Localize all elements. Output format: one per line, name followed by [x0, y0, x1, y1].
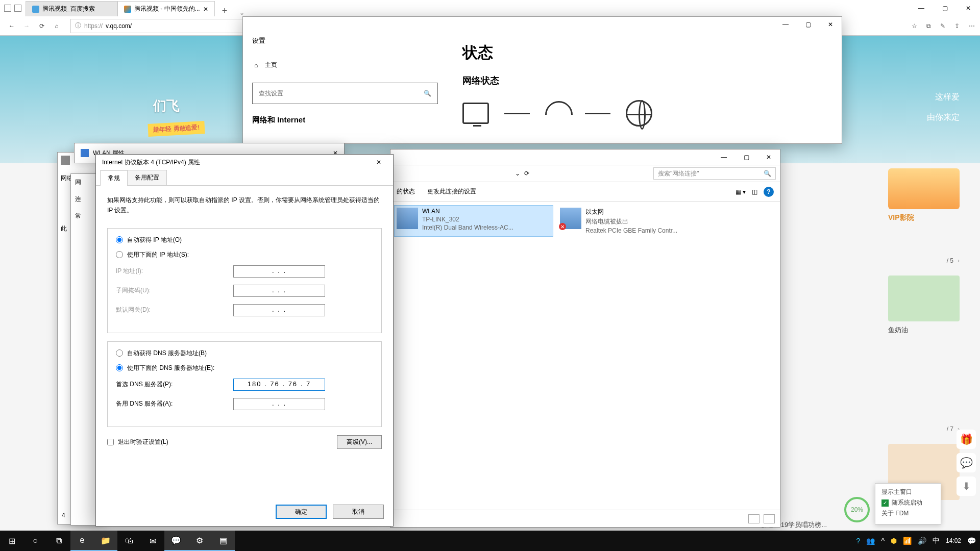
- minimize-icon[interactable]: —: [774, 17, 797, 32]
- adapter-name: WLAN: [422, 208, 513, 215]
- settings-sidebar: 设置 ⌂ 主页 查找设置 🔍 网络和 Internet: [243, 32, 447, 137]
- ok-button[interactable]: 确定: [276, 505, 327, 519]
- tray-people-icon[interactable]: 👥: [866, 537, 875, 545]
- view-mode-icon[interactable]: ▦ ▾: [736, 188, 746, 195]
- cancel-button[interactable]: 取消: [333, 505, 384, 519]
- favorite-icon[interactable]: ☆: [912, 22, 917, 30]
- chat-icon[interactable]: 💬: [957, 453, 976, 472]
- peek-count: 4: [62, 512, 65, 519]
- radio-input[interactable]: [116, 349, 123, 357]
- minimize-icon[interactable]: —: [713, 149, 735, 165]
- dialog-title: Internet 协议版本 4 (TCP/IPv4) 属性: [102, 158, 200, 167]
- close-icon[interactable]: ✕: [819, 17, 842, 32]
- settings-title: 设置: [252, 36, 438, 45]
- browser-titlebar: 腾讯视频_百度搜索 腾讯视频 - 中国领先的... ✕ + ⌄ — ▢ ✕: [0, 0, 980, 16]
- thumb-card[interactable]: 鱼奶油: [888, 276, 960, 335]
- new-tab-button[interactable]: +: [215, 6, 235, 16]
- refresh-icon[interactable]: ⟳: [524, 170, 529, 177]
- speed-ring[interactable]: 20%: [844, 497, 870, 522]
- download-icon[interactable]: ⬇: [957, 477, 976, 496]
- maximize-icon[interactable]: ▢: [933, 0, 957, 16]
- taskbar-wechat[interactable]: 💬: [164, 531, 188, 551]
- taskbar-settings[interactable]: ⚙: [188, 531, 211, 551]
- more-icon[interactable]: ⋯: [969, 22, 975, 30]
- forward-icon[interactable]: →: [20, 19, 33, 33]
- radio-input[interactable]: [116, 364, 123, 371]
- radio-input[interactable]: [116, 236, 123, 243]
- tray-ime[interactable]: 中: [933, 536, 940, 545]
- tray-notifications-icon[interactable]: 💬: [967, 537, 976, 545]
- close-icon[interactable]: ✕: [203, 6, 208, 13]
- tab-qqvideo[interactable]: 腾讯视频 - 中国领先的... ✕: [117, 1, 215, 16]
- maximize-icon[interactable]: ▢: [797, 17, 819, 32]
- wifi-icon: [81, 149, 89, 157]
- tool-change[interactable]: 更改此连接的设置: [427, 187, 476, 196]
- radio-auto-dns[interactable]: 自动获得 DNS 服务器地址(B): [116, 349, 373, 358]
- vip-card[interactable]: VIP影院: [888, 168, 960, 222]
- checkbox-validate[interactable]: 退出时验证设置(L): [107, 438, 168, 446]
- taskbar-explorer[interactable]: 📁: [94, 531, 117, 551]
- menu-autostart[interactable]: ✓随系统启动: [881, 498, 935, 507]
- side-text-2: 由你来定: [927, 112, 960, 123]
- adapter-wlan[interactable]: WLAN TP-LINK_302 Intel(R) Dual Band Wire…: [395, 206, 553, 236]
- preview-pane-icon[interactable]: ◫: [752, 188, 757, 195]
- notes-icon[interactable]: ✎: [940, 22, 945, 30]
- dns1-input[interactable]: 180 . 76 . 76 . 7: [233, 379, 325, 391]
- radio-manual-ip[interactable]: 使用下面的 IP 地址(S):: [116, 251, 373, 259]
- side-text-1: 这样爱: [935, 92, 960, 103]
- settings-home[interactable]: ⌂ 主页: [252, 56, 438, 74]
- close-icon[interactable]: ✕: [757, 149, 780, 165]
- home-icon[interactable]: ⌂: [50, 19, 63, 33]
- refresh-icon[interactable]: ⟳: [35, 19, 48, 33]
- tray-clock[interactable]: 14:02: [946, 537, 961, 544]
- close-icon[interactable]: ✕: [957, 0, 980, 16]
- tray-wifi-icon[interactable]: 📶: [903, 537, 912, 545]
- taskbar-store[interactable]: 🛍: [117, 531, 141, 551]
- menu-show-main[interactable]: 显示主窗口: [881, 488, 935, 496]
- vip-thumbnail: [888, 168, 960, 209]
- netwin-search[interactable]: 搜索"网络连接" 🔍: [653, 167, 776, 180]
- tab-overflow-icon[interactable]: ⌄: [234, 9, 250, 16]
- reading-list-icon[interactable]: ⧉: [926, 22, 931, 30]
- radio-auto-ip[interactable]: 自动获得 IP 地址(O): [116, 236, 373, 244]
- tab-general[interactable]: 常规: [100, 170, 128, 186]
- tray-volume-icon[interactable]: 🔊: [918, 537, 926, 545]
- taskbar-app[interactable]: ▤: [211, 531, 235, 551]
- checkbox-input[interactable]: [107, 439, 114, 445]
- tray-security-icon[interactable]: ⬢: [891, 537, 897, 545]
- maximize-icon[interactable]: ▢: [735, 149, 757, 165]
- taskbar-edge[interactable]: e: [70, 531, 94, 551]
- minimize-icon[interactable]: —: [910, 0, 933, 16]
- settings-search[interactable]: 查找设置 🔍: [252, 83, 438, 104]
- advanced-button[interactable]: 高级(V)...: [337, 435, 382, 449]
- view-details-icon[interactable]: [764, 514, 775, 523]
- back-icon[interactable]: ←: [5, 19, 18, 33]
- tray-help-icon[interactable]: ?: [856, 537, 861, 545]
- view-list-icon[interactable]: [748, 514, 760, 523]
- start-button[interactable]: ⊞: [0, 531, 23, 551]
- rating-row-1[interactable]: / 5›: [947, 250, 960, 264]
- favicon-icon: [32, 6, 39, 13]
- share-icon[interactable]: ⇪: [954, 22, 960, 30]
- adapter-ethernet[interactable]: 以太网 网络电缆被拔出 Realtek PCIe GBE Family Cont…: [558, 206, 716, 236]
- cortana-icon[interactable]: ○: [23, 531, 47, 551]
- close-icon[interactable]: ✕: [371, 159, 387, 166]
- tool-status[interactable]: 的状态: [397, 187, 415, 196]
- dns2-input[interactable]: . . .: [233, 398, 325, 410]
- taskbar-mail[interactable]: ✉: [141, 531, 164, 551]
- btn-sidebar-icon[interactable]: [14, 5, 21, 12]
- adapter-ssid: TP-LINK_302: [422, 216, 513, 223]
- tab-alternate[interactable]: 备用配置: [127, 170, 167, 185]
- radio-input[interactable]: [116, 251, 123, 258]
- chevron-down-icon[interactable]: ⌄: [515, 170, 520, 177]
- netwin-titlebar: — ▢ ✕: [390, 149, 780, 165]
- menu-about[interactable]: 关于 FDM: [881, 509, 935, 518]
- btn-panel-icon[interactable]: [4, 5, 11, 12]
- task-view-icon[interactable]: ⧉: [47, 531, 70, 551]
- gift-icon[interactable]: 🎁: [957, 430, 976, 449]
- tray-chevron-up-icon[interactable]: ^: [881, 537, 885, 545]
- tab-baidu[interactable]: 腾讯视频_百度搜索: [26, 1, 117, 16]
- help-icon[interactable]: ?: [764, 187, 774, 197]
- radio-manual-dns[interactable]: 使用下面的 DNS 服务器地址(E):: [116, 364, 373, 372]
- thumbnail: [888, 276, 960, 321]
